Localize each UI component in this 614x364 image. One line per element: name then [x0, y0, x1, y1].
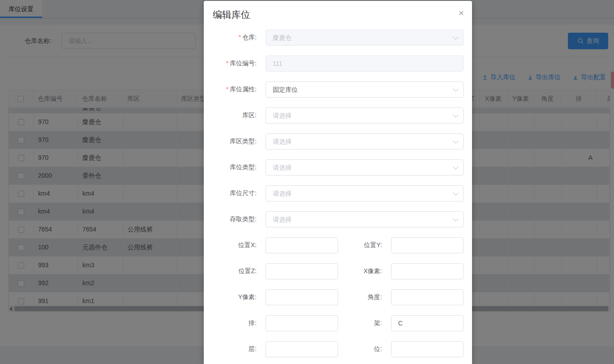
- zone-type-value: 请选择: [273, 138, 292, 145]
- pos-y-field: [391, 237, 464, 253]
- shelf-label: 架:: [338, 319, 382, 327]
- form-row: 库区:请选择: [204, 107, 472, 124]
- form-row: 存取类型:请选择: [204, 211, 472, 227]
- zone-value: 请选择: [273, 112, 292, 119]
- pos-x-label: 位置X:: [204, 241, 257, 249]
- pos-z-field: [266, 263, 338, 279]
- form-row: 排:架:: [204, 315, 472, 331]
- edit-location-dialog: 编辑库位 × *仓库:麋鹿仓*库位编号:*库位属性:固定库位库区:请选择库区类型…: [204, 1, 472, 364]
- shelf-field: [391, 315, 464, 331]
- location-attribute-label: *库位属性:: [204, 86, 257, 94]
- dialog-title: 编辑库位: [213, 9, 250, 21]
- form-row: 位置Z:X像素:: [204, 263, 472, 279]
- access-type-label: 存取类型:: [204, 215, 257, 223]
- edit-location-form: *仓库:麋鹿仓*库位编号:*库位属性:固定库位库区:请选择库区类型:请选择库位类…: [204, 30, 472, 364]
- layer-label: 层:: [204, 345, 257, 353]
- zone-select[interactable]: 请选择: [266, 107, 464, 124]
- location-attribute-select[interactable]: 固定库位: [266, 81, 464, 98]
- pos-x-input[interactable]: [266, 237, 338, 253]
- angle-input[interactable]: [391, 289, 464, 305]
- pos-x-field: [266, 237, 338, 253]
- form-row: 库位类型:请选择: [204, 159, 472, 176]
- location-type-field: 请选择: [266, 159, 464, 176]
- pos-z-label: 位置Z:: [204, 267, 257, 275]
- pos-z-input[interactable]: [266, 263, 338, 279]
- chevron-down-icon: [453, 112, 459, 118]
- form-row: 库位尺寸:请选择: [204, 185, 472, 201]
- warehouse-value: 麋鹿仓: [273, 34, 292, 41]
- location-attribute-field: 固定库位: [266, 81, 464, 98]
- pixel-y-label: Y像素:: [204, 293, 257, 301]
- storage-location-settings-page: 库位设置 仓库名称: 查询 导入库位导出库位导出配置 仓库编号仓库名称库区库区类…: [0, 0, 614, 364]
- shelf-input[interactable]: [391, 315, 464, 331]
- layer-field: [266, 341, 338, 357]
- slot-input[interactable]: [391, 341, 464, 357]
- zone-field: 请选择: [266, 107, 464, 124]
- location-type-select[interactable]: 请选择: [266, 159, 464, 176]
- warehouse-select: 麋鹿仓: [266, 30, 464, 46]
- pixel-x-input[interactable]: [391, 263, 464, 279]
- angle-field: [391, 289, 464, 305]
- chevron-down-icon: [453, 190, 459, 196]
- location-size-label: 库位尺寸:: [204, 189, 257, 197]
- location-attribute-value: 固定库位: [273, 86, 298, 93]
- warehouse-field: 麋鹿仓: [266, 30, 464, 46]
- pos-y-label: 位置Y:: [338, 241, 382, 249]
- zone-label: 库区:: [204, 111, 257, 120]
- pos-y-input[interactable]: [391, 237, 464, 253]
- zone-type-field: 请选择: [266, 133, 464, 150]
- chevron-down-icon: [453, 86, 459, 92]
- row-input[interactable]: [266, 315, 338, 331]
- slot-label: 位:: [338, 345, 382, 353]
- chevron-down-icon: [453, 138, 459, 144]
- location-code-input: [266, 56, 464, 72]
- access-type-field: 请选择: [266, 211, 464, 227]
- warehouse-label: *仓库:: [204, 34, 257, 42]
- zone-type-select[interactable]: 请选择: [266, 133, 464, 150]
- form-row: Y像素:角度:: [204, 289, 472, 305]
- chevron-down-icon: [453, 34, 459, 40]
- row-label: 排:: [204, 319, 257, 327]
- chevron-down-icon: [453, 216, 459, 222]
- row-field: [266, 315, 338, 331]
- location-code-label: *库位编号:: [204, 60, 257, 68]
- pixel-x-label: X像素:: [338, 267, 382, 275]
- form-row: *库位属性:固定库位: [204, 81, 472, 98]
- layer-input[interactable]: [266, 341, 338, 357]
- access-type-select[interactable]: 请选择: [266, 211, 464, 227]
- form-row: *库位编号:: [204, 56, 472, 72]
- form-row: 库区类型:请选择: [204, 133, 472, 150]
- required-asterisk: *: [226, 86, 228, 93]
- access-type-value: 请选择: [273, 216, 292, 223]
- zone-type-label: 库区类型:: [204, 137, 257, 146]
- required-asterisk: *: [239, 34, 241, 41]
- location-type-label: 库位类型:: [204, 163, 257, 171]
- form-row: 位置X:位置Y:: [204, 237, 472, 253]
- location-size-field: 请选择: [266, 185, 464, 201]
- location-code-field: [266, 56, 464, 72]
- pixel-x-field: [391, 263, 464, 279]
- form-row: 层:位:: [204, 341, 472, 357]
- angle-label: 角度:: [338, 293, 382, 301]
- form-row: *仓库:麋鹿仓: [204, 30, 472, 46]
- location-size-select[interactable]: 请选择: [266, 185, 464, 201]
- location-size-value: 请选择: [273, 190, 292, 197]
- close-icon[interactable]: ×: [459, 8, 464, 17]
- location-type-value: 请选择: [273, 164, 292, 171]
- required-asterisk: *: [226, 60, 228, 67]
- pixel-y-field: [266, 289, 338, 305]
- chevron-down-icon: [453, 164, 459, 170]
- pixel-y-input[interactable]: [266, 289, 338, 305]
- slot-field: [391, 341, 464, 357]
